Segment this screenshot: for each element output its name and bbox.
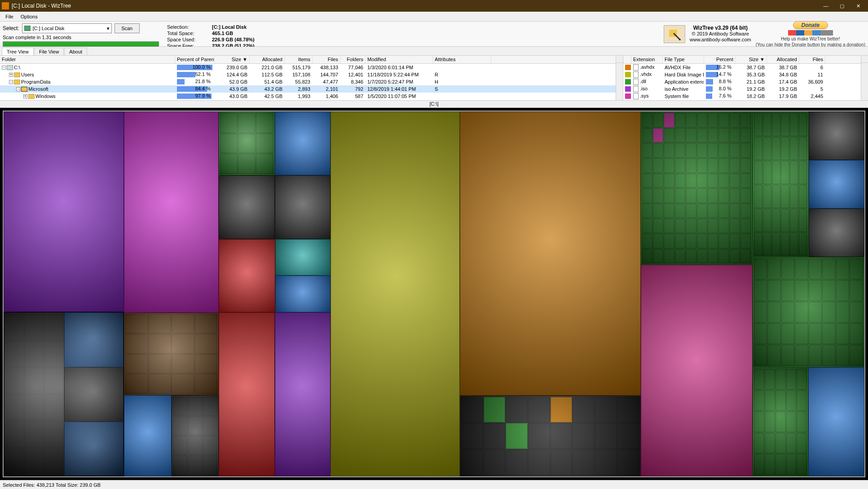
folder-icon xyxy=(14,80,20,84)
color-swatch xyxy=(625,93,631,99)
col-rpercent[interactable]: Percent xyxy=(704,56,736,63)
table-row[interactable]: .dllApplication extens8.8 %21.1 GB17.4 G… xyxy=(623,78,861,85)
folder-name: Users xyxy=(21,72,34,77)
file-icon xyxy=(633,93,639,99)
col-extension[interactable]: Extension xyxy=(631,56,663,63)
col-folders[interactable]: Folders xyxy=(340,56,366,63)
table-row[interactable]: +Windows97.9 %43.0 GB42.5 GB1,9931,40658… xyxy=(0,93,616,100)
folder-icon xyxy=(14,72,20,77)
col-filetype[interactable]: File Type xyxy=(663,56,704,63)
color-swatch xyxy=(625,86,631,92)
donate-help-text: Help us make WizTree better! xyxy=(781,36,840,41)
scan-status: Scan complete in 1.31 seconds xyxy=(3,35,159,40)
folder-name: Microsoft xyxy=(28,86,48,92)
donate-button[interactable]: Donate xyxy=(793,21,828,29)
col-color[interactable] xyxy=(623,56,631,63)
brand-url[interactable]: www.antibody-software.com xyxy=(690,37,751,43)
path-bar: [C:\] xyxy=(0,101,868,108)
col-items[interactable]: Items xyxy=(285,56,313,63)
toolbar: Select: [C:] Local Disk ▾ Scan Scan comp… xyxy=(0,22,868,47)
app-icon xyxy=(2,2,9,9)
expand-toggle[interactable]: - xyxy=(2,66,6,70)
col-ralloc[interactable]: Allocated xyxy=(767,56,799,63)
col-allocated[interactable]: Allocated xyxy=(250,56,285,63)
view-tabs: Tree View File View About xyxy=(0,47,868,56)
table-row[interactable]: .sysSystem file7.6 %18.2 GB17.9 GB2,445 xyxy=(623,93,861,100)
menu-file[interactable]: File xyxy=(2,13,17,20)
extension-grid-header: Extension File Type Percent Size ▼ Alloc… xyxy=(623,56,861,64)
expand-toggle[interactable]: - xyxy=(16,87,20,91)
close-button[interactable]: ✕ xyxy=(850,0,866,11)
col-folder[interactable]: Folder xyxy=(0,56,175,63)
col-percent[interactable]: Percent of Parent xyxy=(175,56,215,63)
table-row[interactable]: -ProgramData21.8 %52.0 GB51.4 GB55,82347… xyxy=(0,78,616,85)
file-icon xyxy=(633,79,639,85)
col-files[interactable]: Files xyxy=(313,56,340,63)
menu-options[interactable]: Options xyxy=(17,13,41,20)
folder-icon xyxy=(7,65,13,70)
scan-progress xyxy=(3,41,159,47)
table-row[interactable]: +Users52.1 %124.4 GB112.5 GB157,108144,7… xyxy=(0,71,616,78)
statusbar: Selected Files: 438,213 Total Size: 239.… xyxy=(0,480,868,489)
col-attributes[interactable]: Attributes xyxy=(433,56,491,63)
select-label: Select: xyxy=(3,25,19,31)
table-row[interactable]: -Microsoft84.4 %43.9 GB43.2 GB2,8932,101… xyxy=(0,85,616,93)
folder-name: C:\ xyxy=(14,65,20,70)
folder-grid[interactable]: Folder Percent of Parent Size ▼ Allocate… xyxy=(0,56,616,100)
folder-grid-header: Folder Percent of Parent Size ▼ Allocate… xyxy=(0,56,616,64)
scan-button[interactable]: Scan xyxy=(115,23,140,33)
branding: WizTree v3.29 (64 bit) © 2019 Antibody S… xyxy=(664,23,865,44)
color-swatch xyxy=(625,65,631,70)
col-modified[interactable]: Modified xyxy=(366,56,433,63)
brand-logo-icon xyxy=(664,25,685,43)
minimize-button[interactable]: — xyxy=(818,0,834,11)
space-info: Selection:[C:] Local Disk Total Space:46… xyxy=(167,23,365,49)
table-row[interactable]: .isoiso Archive8.0 %19.2 GB19.2 GB5 xyxy=(623,85,861,93)
file-icon xyxy=(633,71,639,78)
maximize-button[interactable]: ▢ xyxy=(834,0,850,11)
menubar: File Options xyxy=(0,12,868,22)
table-row[interactable]: .vhdxHard Disk Image Fi14.7 %35.3 GB34.8… xyxy=(623,71,861,78)
payment-cards-icon xyxy=(788,30,833,36)
titlebar: [C:] Local Disk - WizTree — ▢ ✕ xyxy=(0,0,868,12)
file-icon xyxy=(633,64,639,71)
brand-copyright: © 2019 Antibody Software xyxy=(690,31,751,37)
col-rfiles[interactable]: Files xyxy=(799,56,825,63)
window-title: [C:] Local Disk - WizTree xyxy=(12,3,818,9)
status-text: Selected Files: 438,213 Total Size: 239.… xyxy=(3,482,101,488)
tab-about[interactable]: About xyxy=(64,48,87,55)
svg-point-0 xyxy=(679,39,681,40)
col-rsize[interactable]: Size ▼ xyxy=(736,56,767,63)
color-swatch xyxy=(625,79,631,84)
expand-toggle[interactable]: - xyxy=(9,80,13,84)
chevron-down-icon: ▾ xyxy=(107,26,110,31)
folder-icon xyxy=(28,94,35,99)
drive-icon xyxy=(24,26,31,31)
file-icon xyxy=(633,86,639,92)
folder-name: ProgramData xyxy=(21,79,50,84)
table-row[interactable]: .avhdxAVHDX File16.2 %38.7 GB38.7 GB6 xyxy=(623,64,861,71)
folder-icon xyxy=(21,87,27,92)
col-size[interactable]: Size ▼ xyxy=(215,56,250,63)
treemap[interactable] xyxy=(0,108,868,480)
donate-hide-text: (You can hide the Donate button by makin… xyxy=(756,42,865,47)
brand-title: WizTree v3.29 (64 bit) xyxy=(690,25,751,31)
drive-select[interactable]: [C:] Local Disk ▾ xyxy=(22,23,112,33)
color-swatch xyxy=(625,72,631,77)
tab-file-view[interactable]: File View xyxy=(34,48,64,55)
expand-toggle[interactable]: + xyxy=(23,94,27,98)
extension-grid-scrollbar[interactable] xyxy=(861,56,868,100)
table-row[interactable]: -C:\100.0 %239.0 GB221.0 GB515,179438,13… xyxy=(0,64,616,71)
extension-grid[interactable]: Extension File Type Percent Size ▼ Alloc… xyxy=(623,56,861,100)
drive-select-text: [C:] Local Disk xyxy=(33,26,65,31)
expand-toggle[interactable]: + xyxy=(9,73,13,77)
folder-name: Windows xyxy=(35,93,56,99)
tab-tree-view[interactable]: Tree View xyxy=(2,48,34,55)
folder-grid-scrollbar[interactable] xyxy=(616,56,623,100)
